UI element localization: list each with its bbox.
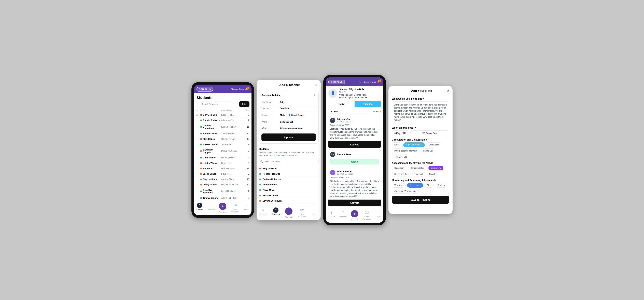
table-row[interactable]: Darlene Robertson Kathryn Murphy 11 <box>194 123 252 131</box>
assessing-chip[interactable]: Curriculum <box>428 166 443 170</box>
s2-nav-students[interactable]: S Students <box>258 207 268 218</box>
s2-menu-icon: ··· <box>312 208 318 213</box>
table-row[interactable]: Ronald Richards Arlene McCoy 7 <box>194 118 252 123</box>
table-row[interactable]: ⚠ Billy Joe Bob Eleanor Pena 8 <box>194 112 252 118</box>
reset-button[interactable]: ↺ Reset <box>373 110 381 113</box>
screen1-phone: GEN PLUS Hi, Eleanor Pena 🔔 4 Students 🔍… <box>192 82 254 218</box>
student-search-input[interactable] <box>258 159 319 164</box>
note-header: Add Your Note × <box>388 86 452 95</box>
list-item[interactable]: Floyd Miles <box>258 187 319 193</box>
students-section-title: Students <box>258 148 319 150</box>
consultation-chip[interactable]: In-person Meeting <box>403 142 425 147</box>
notification-icon[interactable]: 🔔 4 <box>245 87 249 91</box>
filter-button[interactable]: ⊞ Filter <box>328 109 372 114</box>
tab-profile[interactable]: Profile <box>328 101 354 107</box>
table-row[interactable]: Bessie Cooper Jerome Bell 7 <box>194 142 252 147</box>
table-row[interactable]: Guy Hawkins Annette Black 10 <box>194 177 252 182</box>
monitoring-chip[interactable]: Plan <box>424 183 434 188</box>
monitoring-chip[interactable]: Devices <box>435 183 447 188</box>
tc-occurred: Occurred: 30 Apr, 2023 <box>328 124 381 127</box>
list-item[interactable]: Savannah Nguyen <box>258 198 319 204</box>
search-input[interactable] <box>196 101 232 107</box>
select-date-button[interactable]: 📅 Select Date <box>410 130 449 136</box>
monitoring-chip[interactable]: Assessment <box>407 183 423 188</box>
update-button[interactable]: Update <box>262 133 316 141</box>
modal-content: Personal Details ∧ First Name Billy Last… <box>256 89 321 206</box>
calendar-icon: 📅 <box>422 132 425 134</box>
assessing-chip[interactable]: Classroom <box>392 166 406 170</box>
table-row[interactable]: Savannah Nguyen Marvin McKinney 7 <box>194 147 252 155</box>
status-dot <box>200 119 202 121</box>
s3-teachers-icon: T <box>340 210 346 215</box>
nav-case-managers[interactable]: CM CaseManagers <box>229 202 240 213</box>
assessing-chip[interactable]: Health & Safety <box>392 172 411 176</box>
modal-close-button[interactable]: × <box>315 83 317 87</box>
select-gender-button[interactable]: 👤 Select Gender <box>286 113 306 117</box>
timeline-card: S Billy Job-Bob 10:30 10 May, 2023 Occur… <box>328 116 381 148</box>
personal-details-header: Personal Details ∧ <box>259 91 318 99</box>
table-row[interactable]: Floyd Miles Courtney Henry 12 <box>194 136 252 142</box>
list-item[interactable]: Darlene Robertson <box>258 177 319 182</box>
collapse-icon[interactable]: ∧ <box>314 93 316 97</box>
personal-details-title: Personal Details <box>262 94 280 97</box>
consultation-chip[interactable]: Phone Call <box>421 148 436 153</box>
table-row[interactable]: Cody Fisher Darrell Steward 8 <box>194 155 252 160</box>
s2-nav-cm[interactable]: CM CaseManagers <box>296 207 308 218</box>
status-dot <box>259 195 261 196</box>
tc-occurred: Occurred: 8 May, 2023 <box>328 176 381 179</box>
s2-nav-add-note[interactable]: + Add Note <box>284 207 294 218</box>
tc-name: Mimi Job-Bob <box>337 170 379 173</box>
s3-nav-cm[interactable]: CM CaseManagers <box>361 210 372 221</box>
table-row[interactable]: Robert Fox Dianne Russell 11 <box>194 166 252 171</box>
consultation-chip[interactable]: Parent Teacher Interview <box>392 148 419 153</box>
consultation-chip[interactable]: Email <box>392 142 402 147</box>
s3-nav-add-note[interactable]: + Add Note <box>349 210 360 221</box>
consultation-chip[interactable]: Observation <box>426 142 442 147</box>
save-timeline-button[interactable]: Save to Timeline <box>392 196 449 204</box>
status-dot <box>200 157 202 159</box>
s2-plus-icon[interactable]: + <box>285 208 292 215</box>
table-row[interactable]: Kristin Watson Devon Lane 9 <box>194 160 252 166</box>
add-button[interactable]: Add <box>239 101 250 107</box>
nav-teachers[interactable]: T Teachers <box>206 202 216 213</box>
nav-menu[interactable]: ··· Menu <box>242 202 251 213</box>
note-close-button[interactable]: × <box>447 89 449 93</box>
activate-button[interactable]: Activate <box>328 141 381 148</box>
s2-cm-icon: CM <box>300 208 305 213</box>
s3-nav-students[interactable]: S Students <box>326 210 336 221</box>
monitoring-chip[interactable]: Classroom/Environment <box>392 189 418 194</box>
status-dot <box>200 197 202 199</box>
s3-nav-teachers[interactable]: T Teachers <box>338 210 348 221</box>
s2-nav-menu[interactable]: ··· Menu <box>310 207 319 218</box>
list-item[interactable]: Bessie Cooper <box>258 193 319 198</box>
tc-name: Billy Job-Bob <box>337 118 379 120</box>
table-row[interactable]: Brooklyn Simmons Ronald Richards 7 <box>194 187 252 195</box>
table-row[interactable]: Jenny Wilson Darlene Robertson 10 <box>194 182 252 187</box>
s3-nav-menu[interactable]: ··· Menu <box>374 210 383 221</box>
activate-button[interactable]: Activate <box>328 200 381 206</box>
nav-students[interactable]: S Students <box>194 202 204 213</box>
table-row[interactable]: Timmy Simons Arlene Robertson 8 <box>194 195 252 201</box>
table-row[interactable]: Jacob Jones Floyd Miles 9 <box>194 171 252 177</box>
list-item[interactable]: Ronald Richards <box>258 171 319 177</box>
nav-add-note[interactable]: + Add Note <box>218 202 228 213</box>
list-item[interactable]: Annette Black <box>258 182 319 187</box>
page-title: Students <box>194 93 252 101</box>
tab-timeline[interactable]: Timeline <box>354 101 381 107</box>
list-item[interactable]: Billy Joe Bob <box>258 166 319 171</box>
s2-nav-teachers[interactable]: T Teachers <box>270 207 281 218</box>
table-row[interactable]: Annette Black Theresa Webb 12 <box>194 131 252 136</box>
plus-icon[interactable]: + <box>219 203 226 210</box>
monitoring-chip[interactable]: Timetable <box>392 183 406 188</box>
profile-year: Year: 7 <box>339 91 381 93</box>
s3-gen-plus-logo: GEN PLUS <box>328 80 345 84</box>
assessing-chip[interactable]: Social <box>427 172 437 176</box>
monitoring-section: Monitoring and Reviewing Adjustments Tim… <box>388 176 452 194</box>
s3-notification-icon[interactable]: 🔔 4 <box>377 80 381 84</box>
s3-plus-icon[interactable]: + <box>351 210 358 217</box>
consultation-chip[interactable]: Text Message <box>392 155 409 159</box>
note-textarea[interactable]: Billy had a scan today of his left femur… <box>392 101 449 123</box>
assessing-chip[interactable]: Communication <box>408 166 427 170</box>
status-dot <box>200 114 202 116</box>
assessing-chip[interactable]: Personal <box>412 172 425 176</box>
